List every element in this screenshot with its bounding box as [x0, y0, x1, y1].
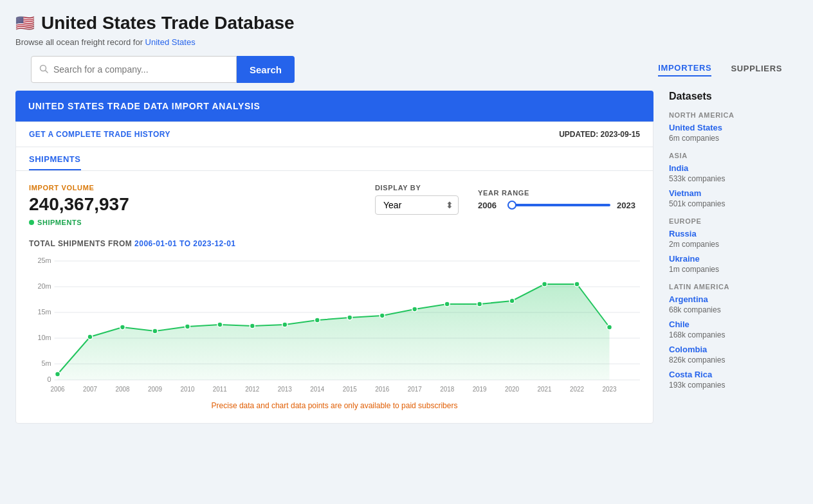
dataset-item-vietnam: Vietnam 501k companies [669, 188, 798, 208]
region-label-asia: ASIA [669, 152, 798, 159]
updated-text: UPDATED: 2023-09-15 [559, 130, 640, 139]
svg-text:5m: 5m [42, 359, 51, 367]
dataset-link-colombia[interactable]: Colombia [669, 345, 798, 354]
dataset-count-ukraine: 1m companies [669, 265, 719, 274]
svg-text:2010: 2010 [180, 386, 194, 393]
svg-point-21 [250, 323, 255, 328]
svg-text:2008: 2008 [115, 386, 129, 393]
main-content: UNITED STATES TRADE DATA IMPORT ANALYSIS… [0, 91, 813, 504]
chart-title-prefix: TOTAL SHIPMENTS FROM [29, 239, 134, 248]
analysis-banner: UNITED STATES TRADE DATA IMPORT ANALYSIS [15, 91, 653, 122]
dataset-count-india: 533k companies [669, 174, 725, 183]
datasets-title: Datasets [669, 91, 798, 102]
title-row: 🇺🇸 United States Trade Database [15, 13, 798, 33]
svg-text:2015: 2015 [343, 386, 357, 393]
dataset-link-costa-rica[interactable]: Costa Rica [669, 370, 798, 379]
svg-point-17 [120, 325, 125, 330]
datasets-panel: Datasets NORTH AMERICA United States 6m … [669, 91, 798, 489]
dataset-count-russia: 2m companies [669, 240, 719, 249]
dataset-link-russia[interactable]: Russia [669, 229, 798, 239]
svg-point-25 [379, 313, 385, 318]
region-label-north-america: NORTH AMERICA [669, 111, 798, 119]
chart-title-link[interactable]: 2006-01-01 TO 2023-12-01 [134, 239, 235, 248]
updated-value: 2023-09-15 [601, 130, 640, 139]
dataset-item-colombia: Colombia 826k companies [669, 345, 798, 364]
search-button[interactable]: Search [237, 56, 295, 83]
flag-icon: 🇺🇸 [15, 14, 35, 32]
svg-text:2009: 2009 [148, 386, 162, 393]
search-icon [39, 64, 48, 75]
year-range-section: YEAR RANGE 2006 2023 [478, 189, 640, 210]
banner-title: UNITED STATES TRADE DATA IMPORT ANALYSIS [28, 101, 260, 111]
svg-point-22 [282, 322, 288, 327]
green-dot-icon [29, 220, 34, 225]
svg-text:2020: 2020 [505, 386, 519, 393]
svg-point-16 [87, 334, 93, 339]
range-controls: 2006 2023 [478, 201, 640, 210]
svg-point-31 [574, 282, 580, 287]
svg-text:2017: 2017 [408, 386, 422, 393]
display-by-label: DISPLAY BY [375, 184, 459, 192]
search-input[interactable] [53, 64, 228, 75]
dataset-link-chile[interactable]: Chile [669, 320, 798, 329]
svg-text:2019: 2019 [473, 386, 487, 393]
region-label-latin-america: LATIN AMERICA [669, 283, 798, 291]
dataset-link-ukraine[interactable]: Ukraine [669, 254, 798, 264]
year-range-label: YEAR RANGE [478, 189, 640, 197]
svg-text:2013: 2013 [278, 386, 292, 393]
dataset-item-ukraine: Ukraine 1m companies [669, 254, 798, 274]
year-start-value: 2006 [478, 201, 501, 210]
dataset-item-russia: Russia 2m companies [669, 229, 798, 249]
subtitle: Browse all ocean freight record for Unit… [15, 37, 798, 47]
analysis-card: GET A COMPLETE TRADE HISTORY UPDATED: 20… [15, 122, 653, 424]
updated-label: UPDATED: [559, 130, 598, 139]
chart-svg: 25m 20m 15m 10m 5m 0 [29, 255, 640, 396]
svg-point-18 [152, 328, 158, 334]
svg-point-15 [55, 372, 60, 377]
dataset-link-argentina[interactable]: Argentina [669, 294, 798, 304]
svg-text:2014: 2014 [310, 386, 324, 393]
svg-point-24 [347, 315, 352, 320]
svg-point-19 [185, 324, 190, 329]
left-panel: UNITED STATES TRADE DATA IMPORT ANALYSIS… [15, 91, 653, 489]
tab-importers[interactable]: IMPORTERS [658, 63, 711, 76]
tabs-bar: SHIPMENTS [16, 147, 653, 171]
dataset-item-chile: Chile 168k companies [669, 320, 798, 339]
svg-text:2018: 2018 [440, 386, 454, 393]
shipments-badge: SHIPMENTS [29, 219, 158, 226]
metrics-row: IMPORT VOLUME 240,367,937 SHIPMENTS DISP… [16, 171, 653, 233]
search-input-wrap [31, 56, 237, 83]
dataset-link-vietnam[interactable]: Vietnam [669, 188, 798, 198]
svg-text:20m: 20m [37, 282, 51, 290]
display-by-select[interactable]: Year Month Quarter [375, 195, 459, 215]
chart-footer-note: Precise data and chart data points are o… [29, 401, 640, 410]
svg-text:2011: 2011 [213, 386, 227, 393]
svg-point-28 [477, 302, 482, 307]
display-by-control: DISPLAY BY Year Month Quarter ⬍ [375, 184, 459, 215]
year-range-slider[interactable] [507, 204, 610, 206]
svg-point-20 [217, 322, 223, 327]
dataset-count-united-states: 6m companies [669, 134, 719, 143]
nav-tabs: IMPORTERS SUPPLIERS [658, 63, 782, 76]
shipments-badge-label: SHIPMENTS [37, 219, 82, 226]
subtitle-link[interactable]: United States [145, 37, 196, 47]
svg-text:0: 0 [48, 375, 51, 383]
svg-text:2007: 2007 [83, 386, 97, 393]
svg-point-26 [412, 307, 417, 312]
region-label-europe: EUROPE [669, 217, 798, 225]
dataset-item-india: India 533k companies [669, 163, 798, 183]
dataset-count-colombia: 826k companies [669, 356, 725, 364]
controls-section: DISPLAY BY Year Month Quarter ⬍ [375, 184, 640, 215]
svg-point-30 [542, 282, 547, 287]
import-label: IMPORT VOLUME [29, 184, 158, 192]
svg-point-27 [444, 302, 450, 307]
dataset-count-costa-rica: 193k companies [669, 381, 725, 390]
card-info-bar: GET A COMPLETE TRADE HISTORY UPDATED: 20… [16, 122, 653, 147]
dataset-link-india[interactable]: India [669, 163, 798, 173]
tab-shipments[interactable]: SHIPMENTS [29, 154, 81, 170]
dataset-link-united-states[interactable]: United States [669, 123, 798, 132]
import-volume-section: IMPORT VOLUME 240,367,937 SHIPMENTS [29, 184, 158, 226]
get-history-link[interactable]: GET A COMPLETE TRADE HISTORY [29, 130, 170, 139]
tab-suppliers[interactable]: SUPPLIERS [731, 64, 782, 76]
svg-point-32 [607, 325, 612, 330]
